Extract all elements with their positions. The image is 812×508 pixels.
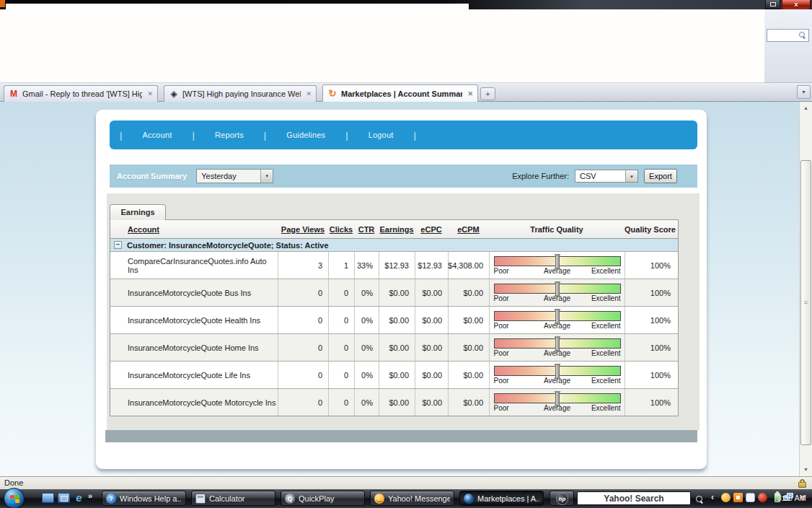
export-format-value: CSV xyxy=(575,172,625,180)
table-header-row: AccountPage ViewsClicksCTREarningseCPCeC… xyxy=(110,220,678,239)
app-icon-fragment xyxy=(0,0,5,7)
cell-clicks: 1 xyxy=(328,252,354,279)
yahoo-search-input[interactable]: Yahoo! Search xyxy=(577,491,691,505)
cell-quality-score: 100% xyxy=(625,279,676,306)
column-header-clicks[interactable]: Clicks xyxy=(328,225,354,234)
nav-item-account[interactable]: Account xyxy=(123,131,190,139)
tab-label: [WTS] High paying Insurance Websi... xyxy=(182,89,301,98)
nav-separator: | xyxy=(344,130,349,141)
quickplay-icon: Q xyxy=(285,494,295,504)
quality-label: Poor xyxy=(494,377,537,385)
firefox-icon xyxy=(464,494,474,504)
date-range-select[interactable]: Yesterday ▾ xyxy=(196,169,273,183)
column-header-earnings[interactable]: Earnings xyxy=(379,225,415,234)
chevron-down-icon[interactable]: ▾ xyxy=(260,170,273,183)
taskbar-button-quickplay[interactable]: QQuickPlay xyxy=(281,491,365,506)
hp-button[interactable]: hp xyxy=(550,491,574,506)
earnings-table: AccountPage ViewsClicksCTREarningseCPCeC… xyxy=(110,219,679,416)
show-desktop-icon[interactable] xyxy=(42,493,54,503)
column-header-ecpc[interactable]: eCPC xyxy=(415,225,448,234)
close-tab-icon[interactable]: ✕ xyxy=(466,90,473,97)
traffic-quality-slider-thumb xyxy=(555,336,560,351)
cell-quality-score: 100% xyxy=(625,362,676,388)
updates-tray-icon[interactable] xyxy=(733,493,743,502)
account-summary-panel: |Account|Reports|Guidelines|Logout| Acco… xyxy=(96,110,707,469)
chat-bubble-tray-icon[interactable] xyxy=(746,493,755,502)
quality-label: Poor xyxy=(494,322,537,330)
cell-ctr: 0% xyxy=(354,307,379,333)
export-format-select[interactable]: CSV ▾ xyxy=(575,170,638,183)
traffic-quality-slider-thumb xyxy=(555,364,560,379)
quality-label: Excellent xyxy=(578,322,621,330)
cell-quality-score: 100% xyxy=(625,389,676,416)
cell-account: InsuranceMotorcycleQuote Bus Ins xyxy=(110,279,278,306)
site-navbar: |Account|Reports|Guidelines|Logout| xyxy=(110,121,697,149)
cell-ecpm: $0.00 xyxy=(448,279,489,306)
tab-earnings[interactable]: Earnings xyxy=(110,204,166,220)
date-range-value: Yesterday xyxy=(197,172,260,180)
browser-tab-gmail[interactable]: MGmail - Reply to thread '[WTS] High...✕ xyxy=(4,85,158,102)
traffic-quality-widget: PoorAverageExcellent xyxy=(494,366,621,385)
taskbar-button-help[interactable]: ?Windows Help a... xyxy=(102,491,186,506)
quick-launch-overflow-icon[interactable]: » xyxy=(88,491,92,500)
quality-label: Excellent xyxy=(578,404,621,412)
start-button[interactable] xyxy=(4,488,25,508)
close-tab-icon[interactable]: ✕ xyxy=(146,90,153,97)
cell-ecpc: $0.00 xyxy=(415,279,448,306)
browser-tab-wts[interactable]: ◈[WTS] High paying Insurance Websi...✕ xyxy=(164,85,317,102)
quality-label: Poor xyxy=(494,294,537,302)
cell-page_views: 0 xyxy=(278,307,328,333)
column-header-ecpm[interactable]: eCPM xyxy=(448,225,489,234)
restore-window-button[interactable] xyxy=(765,0,780,9)
chrome-right-panel xyxy=(764,9,812,83)
export-button[interactable]: Export xyxy=(644,169,677,183)
scroll-down-icon[interactable]: ▼ xyxy=(800,464,812,476)
list-all-tabs-button[interactable]: ▾ xyxy=(797,85,811,99)
column-header-page-views[interactable]: Page Views xyxy=(278,225,328,234)
close-window-button[interactable]: x xyxy=(782,0,811,10)
cell-ecpc: $0.00 xyxy=(415,389,448,416)
switch-windows-icon[interactable] xyxy=(58,493,70,503)
cell-ctr: 0% xyxy=(354,389,379,416)
browser-tab-marketplaces[interactable]: ↻Marketplaces | Account Summary✕ xyxy=(322,84,478,102)
taskbar-button-calculator[interactable]: Calculator xyxy=(191,491,275,506)
quickplay-tray-icon[interactable] xyxy=(758,493,767,502)
table-row: InsuranceMotorcycleQuote Health Ins000%$… xyxy=(110,306,678,333)
yahoo-messenger-tray-icon[interactable] xyxy=(721,493,731,502)
nav-separator: | xyxy=(262,130,268,141)
internet-explorer-icon[interactable]: e xyxy=(73,493,85,503)
browser-search-input[interactable] xyxy=(767,29,809,42)
taskbar-button-yahoo-messenger[interactable]: Yahoo! Messenger xyxy=(370,491,454,506)
taskbar-button-label: Marketplaces | A... xyxy=(477,494,539,503)
traffic-quality-slider-thumb xyxy=(555,254,560,269)
column-header-account[interactable]: Account xyxy=(110,225,278,234)
new-tab-button[interactable]: + xyxy=(480,87,495,100)
tray-collapse-icon[interactable]: ‹ xyxy=(711,492,714,502)
taskbar-button-label: Windows Help a... xyxy=(120,494,182,503)
nav-item-logout[interactable]: Logout xyxy=(350,131,412,139)
cell-ctr: 0% xyxy=(354,334,379,361)
summary-toolbar: Account Summary Yesterday ▾ Explore Furt… xyxy=(110,165,697,188)
taskbar-button-firefox[interactable]: Marketplaces | A... xyxy=(459,491,544,506)
cell-ecpm: $0.00 xyxy=(448,307,489,333)
close-tab-icon[interactable]: ✕ xyxy=(304,90,312,97)
scrollbar-thumb[interactable]: ≡ xyxy=(800,160,811,445)
cell-clicks: 0 xyxy=(328,307,354,333)
table-body: CompareCarInsuranceQuotes.info Auto Ins3… xyxy=(110,251,678,416)
table-row: InsuranceMotorcycleQuote Motorcycle Ins0… xyxy=(110,388,678,416)
traffic-quality-bar xyxy=(494,256,621,266)
vertical-scrollbar[interactable]: ▲ ≡ ▼ xyxy=(799,102,812,476)
nav-item-guidelines[interactable]: Guidelines xyxy=(268,131,344,139)
traffic-quality-widget: PoorAverageExcellent xyxy=(494,338,621,357)
scroll-up-icon[interactable]: ▲ xyxy=(800,102,812,114)
column-header-ctr[interactable]: CTR xyxy=(354,225,379,234)
nav-separator: | xyxy=(412,130,417,141)
cell-account: CompareCarInsuranceQuotes.info Auto Ins xyxy=(110,252,278,279)
taskbar-clock[interactable]: 3:39 AM xyxy=(777,494,806,502)
collapse-group-icon[interactable]: − xyxy=(114,241,122,249)
cell-traffic-quality: PoorAverageExcellent xyxy=(489,362,625,388)
chevron-down-icon[interactable]: ▾ xyxy=(625,170,637,182)
cell-page_views: 3 xyxy=(278,252,328,279)
search-icon[interactable] xyxy=(696,493,703,506)
nav-item-reports[interactable]: Reports xyxy=(196,131,262,139)
